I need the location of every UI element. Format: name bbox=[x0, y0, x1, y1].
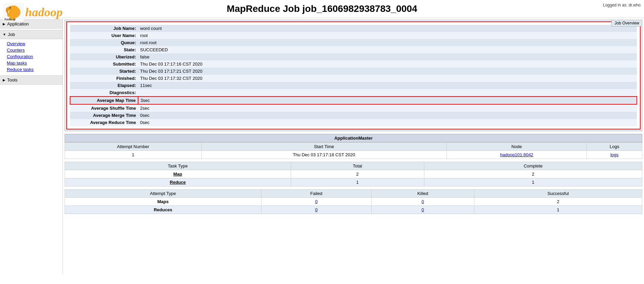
user-name-value: root bbox=[138, 32, 637, 39]
start-time-cell: Thu Dec 03 17:17:18 CST 2020 bbox=[201, 151, 446, 159]
uberized-row: Uberized: false bbox=[70, 53, 637, 60]
col-attempt-number: Attempt Number bbox=[65, 143, 202, 151]
avg-reduce-time-row: Average Reduce Time 0sec bbox=[70, 119, 637, 126]
job-overview-panel: Job Overview Job Name: word count User N… bbox=[65, 20, 642, 131]
avg-map-time-value: 3sec bbox=[138, 96, 637, 104]
failed-cell: 0 bbox=[261, 206, 371, 214]
avg-shuffle-time-value: 2sec bbox=[138, 104, 637, 112]
submitted-row: Submitted: Thu Dec 03 17:17:16 CST 2020 bbox=[70, 60, 637, 68]
application-master-table: Attempt Number Start Time Node Logs 1 Th… bbox=[65, 142, 642, 159]
avg-merge-time-label: Average Merge Time bbox=[70, 112, 138, 119]
submitted-label: Submitted: bbox=[70, 60, 138, 68]
col-start-time: Start Time bbox=[201, 143, 446, 151]
state-row: State: SUCCEEDED bbox=[70, 46, 637, 53]
sidebar-tools-section[interactable]: ▶ Tools bbox=[0, 75, 63, 85]
task-summary-table: Task Type Total Complete Map 2 2 Reduce … bbox=[65, 162, 642, 187]
task-type-cell: Map bbox=[65, 170, 291, 178]
logs-link[interactable]: logs bbox=[610, 152, 618, 157]
avg-merge-time-value: 0sec bbox=[138, 112, 637, 119]
killed-link[interactable]: 0 bbox=[422, 207, 424, 212]
sidebar-item-configuration[interactable]: Configuration bbox=[7, 53, 63, 60]
task-type-cell: Reduce bbox=[65, 178, 291, 187]
successful-cell: 1 bbox=[474, 206, 642, 214]
successful-cell: 2 bbox=[474, 198, 642, 206]
page-header: hadoop hadoop MapReduce Job job_16069829… bbox=[0, 0, 644, 18]
diagnostics-label: Diagnostics: bbox=[70, 89, 138, 96]
submitted-value: Thu Dec 03 17:17:16 CST 2020 bbox=[138, 60, 637, 68]
page-title: MapReduce Job job_1606982938783_0004 bbox=[227, 3, 417, 14]
sidebar-tools-label: Tools bbox=[7, 77, 17, 83]
attempt-type-cell: Maps bbox=[65, 198, 261, 206]
killed-cell: 0 bbox=[371, 198, 474, 206]
diagnostics-value bbox=[138, 89, 637, 96]
col-task-type: Task Type bbox=[65, 162, 291, 170]
application-master-header-row: Attempt Number Start Time Node Logs bbox=[65, 143, 642, 151]
svg-point-5 bbox=[10, 7, 11, 8]
table-row: Map 2 2 bbox=[65, 170, 642, 178]
col-successful: Successful bbox=[474, 190, 642, 198]
avg-reduce-time-value: 0sec bbox=[138, 119, 637, 126]
col-node: Node bbox=[446, 143, 587, 151]
col-failed: Failed bbox=[261, 190, 371, 198]
avg-shuffle-time-row: Average Shuffle Time 2sec bbox=[70, 104, 637, 112]
sidebar-item-counters[interactable]: Counters bbox=[7, 47, 63, 53]
complete-cell: 1 bbox=[424, 178, 642, 187]
col-logs: Logs bbox=[587, 143, 642, 151]
col-total: Total bbox=[291, 162, 424, 170]
attempt-number-cell: 1 bbox=[65, 151, 202, 159]
job-info-table: Job Name: word count User Name: root Que… bbox=[70, 25, 637, 126]
complete-cell: 2 bbox=[424, 170, 642, 178]
elapsed-label: Elapsed: bbox=[70, 82, 138, 89]
application-master-title: ApplicationMaster bbox=[65, 134, 642, 142]
task-summary-header-row: Task Type Total Complete bbox=[65, 162, 642, 170]
avg-merge-time-row: Average Merge Time 0sec bbox=[70, 112, 637, 119]
sidebar-item-reduce-tasks[interactable]: Reduce tasks bbox=[7, 66, 63, 73]
state-value: SUCCEEDED bbox=[138, 46, 637, 53]
killed-link[interactable]: 0 bbox=[422, 199, 424, 204]
table-row: Reduce 1 1 bbox=[65, 178, 642, 187]
sidebar-job-links: Overview Counters Configuration Map task… bbox=[0, 39, 63, 74]
svg-text:hadoop: hadoop bbox=[4, 18, 16, 21]
content-area: Job Overview Job Name: word count User N… bbox=[63, 18, 644, 275]
uberized-label: Uberized: bbox=[70, 53, 138, 60]
attempt-summary-table: Attempt Type Failed Killed Successful Ma… bbox=[65, 189, 642, 214]
logo-text: hadoop bbox=[25, 5, 63, 19]
started-row: Started: Thu Dec 03 17:17:21 CST 2020 bbox=[70, 68, 637, 75]
node-link[interactable]: hadoop101:8042 bbox=[500, 152, 533, 157]
failed-link[interactable]: 0 bbox=[315, 199, 318, 204]
tools-arrow-icon: ▶ bbox=[3, 78, 5, 82]
total-cell: 2 bbox=[291, 170, 424, 178]
table-row: 1 Thu Dec 03 17:17:18 CST 2020 hadoop101… bbox=[65, 151, 642, 159]
sidebar-item-map-tasks[interactable]: Map tasks bbox=[7, 60, 63, 66]
failed-cell: 0 bbox=[261, 198, 371, 206]
failed-link[interactable]: 0 bbox=[315, 207, 318, 212]
finished-value: Thu Dec 03 17:17:32 CST 2020 bbox=[138, 75, 637, 82]
started-value: Thu Dec 03 17:17:21 CST 2020 bbox=[138, 68, 637, 75]
avg-map-time-row: Average Map Time 3sec bbox=[70, 96, 637, 104]
diagnostics-row: Diagnostics: bbox=[70, 89, 637, 96]
col-killed: Killed bbox=[371, 190, 474, 198]
finished-row: Finished: Thu Dec 03 17:17:32 CST 2020 bbox=[70, 75, 637, 82]
user-name-row: User Name: root bbox=[70, 32, 637, 39]
avg-map-time-label: Average Map Time bbox=[70, 96, 138, 104]
queue-value: root.root bbox=[138, 39, 637, 46]
uberized-value: false bbox=[138, 53, 637, 60]
col-attempt-type: Attempt Type bbox=[65, 190, 261, 198]
avg-shuffle-time-label: Average Shuffle Time bbox=[70, 104, 138, 112]
task-summary-section: Task Type Total Complete Map 2 2 Reduce … bbox=[65, 162, 642, 187]
table-row: Reduces 0 0 1 bbox=[65, 206, 642, 214]
sidebar-job-label: Job bbox=[8, 32, 15, 37]
job-arrow-icon: ▼ bbox=[3, 33, 6, 36]
queue-label: Queue: bbox=[70, 39, 138, 46]
attempt-summary-header-row: Attempt Type Failed Killed Successful bbox=[65, 190, 642, 198]
finished-label: Finished: bbox=[70, 75, 138, 82]
total-cell: 1 bbox=[291, 178, 424, 187]
job-name-value: word count bbox=[138, 25, 637, 32]
sidebar-job-section[interactable]: ▼ Job bbox=[0, 30, 63, 39]
sidebar-item-overview[interactable]: Overview bbox=[7, 40, 63, 47]
elapsed-value: 11sec bbox=[138, 82, 637, 89]
application-arrow-icon: ▶ bbox=[3, 22, 5, 26]
main-layout: ▶ Application ▼ Job Overview Counters Co… bbox=[0, 18, 644, 275]
killed-cell: 0 bbox=[371, 206, 474, 214]
state-label: State: bbox=[70, 46, 138, 53]
